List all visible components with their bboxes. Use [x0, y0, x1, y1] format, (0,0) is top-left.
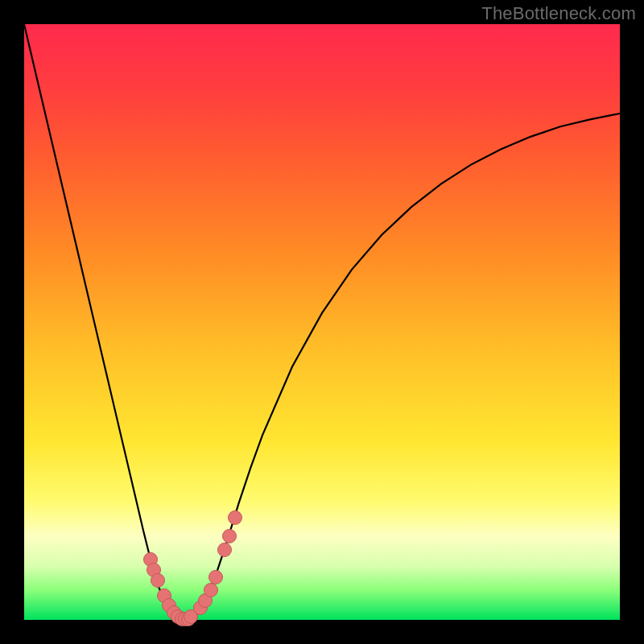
sample-marker: [208, 570, 223, 584]
curve-svg: [24, 24, 620, 620]
watermark-text: TheBottleneck.com: [481, 3, 636, 24]
plot-area: [24, 24, 620, 620]
sample-marker: [151, 573, 165, 588]
sample-marker: [228, 510, 242, 525]
sample-marker: [204, 583, 218, 597]
sample-marker: [217, 543, 232, 557]
chart-frame: TheBottleneck.com: [0, 0, 644, 644]
bottleneck-curve: [24, 24, 620, 620]
sample-marker: [222, 529, 237, 543]
